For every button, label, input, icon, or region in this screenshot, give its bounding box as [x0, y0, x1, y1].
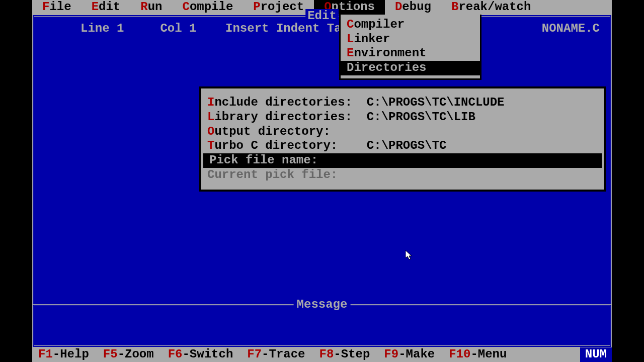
directories-row-pickfile[interactable]: Pick file name: — [203, 153, 602, 168]
editor-filename: NONAME.C — [542, 22, 600, 36]
menu-compile[interactable]: Compile — [172, 0, 243, 15]
options-dropdown: Compiler Linker Environment Directories — [339, 15, 481, 80]
directories-dialog: Include directories: C:\PROGS\TC\INCLUDE… — [199, 86, 606, 192]
fkey-step[interactable]: F8-Step — [313, 347, 378, 362]
message-frame: Message — [32, 304, 612, 347]
dropdown-item-environment[interactable]: Environment — [341, 46, 480, 61]
dropdown-item-compiler[interactable]: Compiler — [341, 18, 480, 32]
dos-screen: File Edit Run Compile Project Options De… — [32, 0, 612, 362]
dropdown-item-linker[interactable]: Linker — [341, 32, 480, 47]
fkey-make[interactable]: F9-Make — [378, 347, 443, 362]
fkey-zoom[interactable]: F5-Zoom — [97, 347, 162, 362]
message-title: Message — [294, 298, 351, 312]
dropdown-item-directories[interactable]: Directories — [341, 61, 480, 75]
menu-debug[interactable]: Debug — [385, 0, 441, 15]
menu-project[interactable]: Project — [243, 0, 314, 15]
numlock-indicator: NUM — [580, 347, 612, 362]
menu-break-watch[interactable]: Break/watch — [441, 0, 541, 15]
directories-row-library[interactable]: Library directories: C:\PROGS\TC\LIB — [201, 110, 604, 125]
function-key-bar: F1-Help F5-Zoom F6-Switch F7-Trace F8-St… — [32, 347, 612, 362]
fkey-help[interactable]: F1-Help — [32, 347, 97, 362]
editor-status-line: Line 1 Col 1 Insert Indent Tab — [44, 22, 600, 36]
menu-edit[interactable]: Edit — [82, 0, 131, 15]
menu-file[interactable]: File — [32, 0, 82, 15]
directories-row-turboc[interactable]: Turbo C directory: C:\PROGS\TC — [201, 139, 604, 153]
fkey-switch[interactable]: F6-Switch — [162, 347, 242, 362]
fkey-menu[interactable]: F10-Menu — [443, 347, 515, 362]
directories-row-output[interactable]: Output directory: — [201, 125, 604, 139]
fkey-trace[interactable]: F7-Trace — [241, 347, 313, 362]
directories-row-currentpick: Current pick file: — [201, 168, 604, 183]
menu-run[interactable]: Run — [130, 0, 172, 15]
directories-row-include[interactable]: Include directories: C:\PROGS\TC\INCLUDE — [201, 96, 604, 110]
